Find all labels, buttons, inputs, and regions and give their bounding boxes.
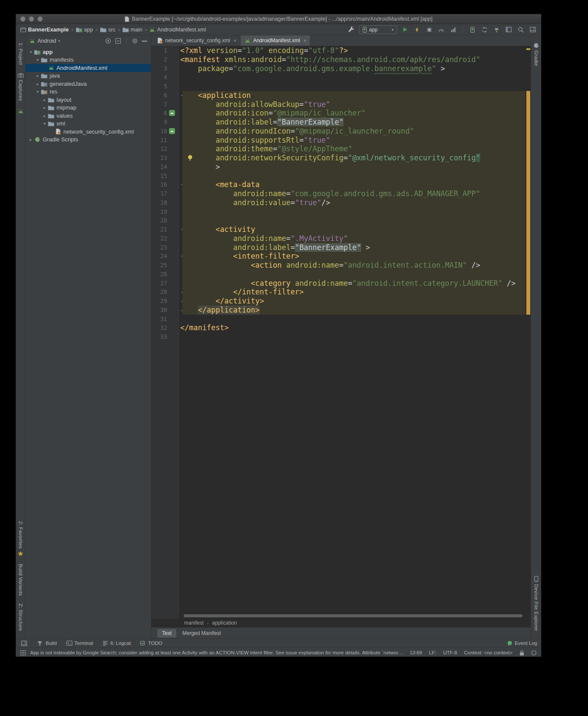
zoom-window-button[interactable] [38, 16, 43, 22]
tool-window-button-1-project[interactable]: 1: Project [18, 43, 23, 65]
avd-button[interactable] [468, 25, 476, 34]
sync-button[interactable] [480, 25, 488, 34]
titlebar[interactable]: BannerExample [~/src/github/android-exam… [16, 14, 541, 24]
code-line[interactable]: <action android:name="android.intent.act… [179, 261, 525, 270]
code-line[interactable]: </application> [179, 306, 525, 315]
tree-arrow-icon[interactable]: ▸ [42, 105, 47, 110]
gear-icon[interactable] [132, 38, 138, 44]
panel-button[interactable] [529, 25, 537, 34]
breadcrumb-bannerexample[interactable]: BannerExample [20, 27, 69, 33]
tool-window-button-todo[interactable]: TODO [140, 641, 162, 646]
code-line[interactable]: <application [179, 91, 525, 100]
code-line[interactable]: <intent-filter> [179, 252, 525, 261]
project-tree-item-gradle-scripts[interactable]: ▸Gradle Scripts [25, 136, 151, 144]
xml-breadcrumb-manifest[interactable]: manifest [184, 620, 203, 626]
tool-window-grid-icon[interactable] [20, 650, 26, 656]
tree-arrow-icon[interactable]: ▾ [35, 57, 41, 62]
launcher-preview-icon[interactable] [169, 128, 175, 134]
code-line[interactable]: android:supportsRtl="true" [179, 136, 525, 145]
tree-arrow-icon[interactable]: ▸ [42, 97, 47, 102]
tool-window-button-2-favorites[interactable]: 2: Favorites [18, 521, 23, 556]
code-line[interactable] [179, 82, 525, 91]
project-tree-item-values[interactable]: ▸values [25, 112, 151, 120]
close-window-button[interactable] [20, 16, 25, 22]
code-editor[interactable]: <?xml version="1.0" encoding="utf-8"?><m… [179, 46, 525, 619]
tool-window-button-captures[interactable]: Captures [18, 73, 24, 101]
project-tree-item-androidmanifest-xml[interactable]: AndroidManifest.xml [25, 64, 151, 72]
code-line[interactable]: android:name="com.google.android.gms.ads… [179, 189, 525, 198]
view-tab-merged-manifest[interactable]: Merged Manifest [178, 629, 225, 638]
code-line[interactable]: android:allowBackup="true" [179, 100, 525, 109]
indicator-circle-icon[interactable] [531, 650, 537, 656]
collapse-icon[interactable] [115, 38, 121, 44]
xml-breadcrumb-application[interactable]: application [212, 620, 237, 626]
breadcrumb-androidmanifest-xml[interactable]: AndroidManifest.xml [149, 27, 206, 33]
view-tab-text[interactable]: Text [157, 629, 176, 638]
run-button[interactable] [401, 25, 409, 34]
tool-window-button-device-file-explorer[interactable]: Device File Explorer [534, 576, 539, 631]
tree-arrow-icon[interactable]: ▸ [35, 73, 41, 78]
hide-icon[interactable] [142, 40, 147, 42]
fold-marker-icon[interactable]: ▾ [179, 181, 185, 188]
code-line[interactable]: <?xml version="1.0" encoding="utf-8"?> [179, 46, 525, 55]
code-line[interactable]: <category android:name="android.intent.c… [179, 279, 525, 288]
code-line[interactable] [179, 332, 525, 341]
line-separator-indicator[interactable]: LF: [429, 650, 436, 655]
fold-marker-icon[interactable]: ▾ [179, 253, 185, 260]
tree-arrow-icon[interactable]: ▾ [35, 89, 41, 94]
code-line[interactable]: android:networkSecurityConfig="@xml/netw… [179, 153, 525, 163]
intention-bulb-icon[interactable] [188, 154, 193, 161]
bars-button[interactable] [449, 25, 457, 34]
minimize-window-button[interactable] [29, 16, 34, 22]
code-line[interactable]: package="com.google.android.gms.example.… [179, 64, 525, 73]
code-line[interactable] [179, 315, 525, 324]
horizontal-scrollbar[interactable] [184, 614, 522, 617]
project-tree-item-manifests[interactable]: ▾manifests [25, 56, 151, 64]
bug-button[interactable] [425, 25, 433, 34]
project-view-selector[interactable]: Android [38, 38, 56, 44]
tool-window-switcher-icon[interactable] [20, 639, 28, 647]
project-tree-item-res[interactable]: ▾res [25, 88, 151, 96]
fold-marker-icon[interactable]: ▾ [179, 92, 185, 99]
fold-marker-icon[interactable]: ▾ [179, 226, 185, 233]
project-tree-item-xml[interactable]: ▾xml [25, 120, 151, 128]
close-tab-icon[interactable]: × [234, 38, 236, 43]
search-button[interactable] [516, 25, 525, 34]
tool-window-button-event-log[interactable]: Event Log [507, 641, 537, 646]
editor-tab-network-security-config-xml[interactable]: network_security_config.xml× [153, 35, 241, 46]
sdk-button[interactable] [492, 25, 500, 34]
project-tree-item-layout[interactable]: ▸layout [25, 96, 151, 104]
tree-arrow-icon[interactable]: ▸ [42, 113, 47, 118]
editor-tab-androidmanifest-xml[interactable]: AndroidManifest.xml× [241, 35, 310, 46]
code-line[interactable] [179, 207, 525, 216]
tree-arrow-icon[interactable]: ▾ [28, 50, 34, 54]
tool-window-button-gradle[interactable]: Gradle [533, 43, 539, 66]
chevron-down-icon[interactable]: ▾ [58, 39, 60, 43]
wrench-button[interactable] [347, 25, 355, 34]
lock-icon[interactable] [519, 650, 524, 656]
project-tree-item-mipmap[interactable]: ▸mipmap [25, 104, 151, 112]
tool-window-button-android[interactable] [18, 109, 24, 114]
close-tab-icon[interactable]: × [303, 38, 306, 43]
code-line[interactable]: android:theme="@style/AppTheme" [179, 144, 525, 153]
breadcrumb-app[interactable]: app [76, 27, 93, 33]
code-line[interactable]: </intent-filter> [179, 288, 525, 297]
code-line[interactable]: android:roundIcon="@mipmap/ic_launcher_r… [179, 127, 525, 136]
code-line[interactable]: android:label="BannerExample" [179, 118, 525, 127]
status-message[interactable]: App is not indexable by Google Search; c… [30, 650, 405, 655]
code-line[interactable]: </activity> [179, 297, 525, 306]
code-line[interactable] [179, 172, 525, 181]
inspector-button[interactable] [504, 25, 513, 34]
fold-marker-icon[interactable]: ▴ [179, 298, 185, 304]
code-line[interactable]: <meta-data [179, 180, 525, 189]
tool-window-button-build[interactable]: Build [38, 641, 57, 646]
tool-window-button-6-logcat[interactable]: 6: Logcat [103, 641, 131, 646]
code-line[interactable]: </manifest> [179, 323, 525, 332]
tool-window-button-terminal[interactable]: Terminal [66, 641, 93, 646]
code-line[interactable]: <manifest xmlns:android="http://schemas.… [179, 55, 525, 64]
editor-gutter[interactable]: 1234567891011121314151617181920212223242… [151, 46, 179, 619]
code-line[interactable] [179, 270, 525, 279]
gauge-button[interactable] [437, 25, 445, 34]
tree-arrow-icon[interactable]: ▾ [42, 121, 47, 126]
project-tree-item-app[interactable]: ▾app [25, 48, 151, 56]
